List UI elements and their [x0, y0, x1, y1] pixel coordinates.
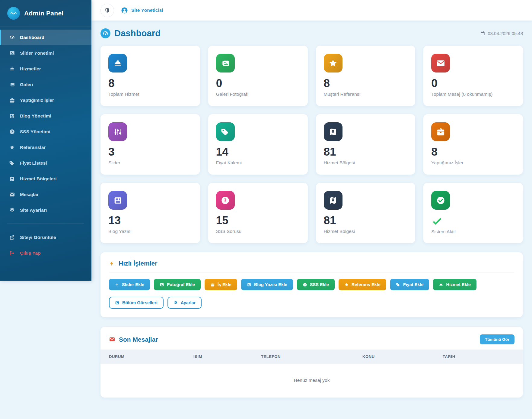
sidebar-item-label: Çıkış Yap: [20, 250, 41, 256]
slider-ekle-button[interactable]: Slider Ekle: [109, 279, 150, 290]
messages-empty-text: Henüz mesaj yok: [100, 364, 523, 398]
fotograf-ekle-button[interactable]: Fotoğraf Ekle: [154, 279, 201, 290]
app-title: Admin Panel: [24, 10, 64, 17]
stat-value: 15: [216, 215, 300, 227]
page-header: Dashboard 03.04.2026 05:48: [100, 28, 523, 38]
sidebar-item-label: Blog Yönetimi: [20, 113, 51, 119]
stat-card-slider: 3Slider: [100, 114, 200, 175]
stat-value: 8: [431, 146, 515, 158]
question-icon: ?: [9, 129, 15, 135]
stat-card-hizmet-bolgesi: 81Hizmet Bölgesi: [316, 183, 416, 243]
sidebar-item-label: Dashboard: [20, 35, 44, 40]
button-label: SSS Ekle: [310, 282, 329, 287]
messages-empty-row: Henüz mesaj yok: [100, 364, 523, 398]
sidebar-item-hizmet-bolgeleri[interactable]: Hizmet Bölgeleri: [0, 171, 91, 187]
sliders-icon: [108, 122, 127, 141]
messages-header: Son Mesajlar Tümünü Gör: [100, 334, 523, 350]
button-label: Blog Yazısı Ekle: [254, 282, 287, 287]
image-icon: [115, 301, 119, 305]
column-header-durum: DURUM: [100, 350, 193, 364]
external-link-icon: [9, 234, 15, 240]
sidebar-item-label: Galeri: [20, 82, 33, 87]
sidebar-item-mesajlar[interactable]: Mesajlar: [0, 187, 91, 202]
stat-label: Galeri Fotoğrafı: [216, 92, 300, 97]
sidebar-item-site-ayarlari[interactable]: Site Ayarları: [0, 202, 91, 218]
button-label: Bölüm Görselleri: [122, 300, 158, 305]
image-icon: [160, 282, 164, 287]
sss-ekle-button[interactable]: ?SSS Ekle: [297, 279, 335, 290]
blog-icon: [247, 282, 251, 287]
button-label: İş Ekle: [218, 282, 231, 287]
svg-text:?: ?: [304, 283, 306, 286]
page-datetime: 03.04.2026 05:48: [480, 31, 523, 36]
tag-icon: [396, 282, 400, 287]
sidebar-item-siteyi-goruntule[interactable]: Siteyi Görüntüle: [0, 230, 91, 245]
bolum-gorselleri-button[interactable]: Bölüm Görselleri: [109, 297, 164, 309]
blog-icon: [9, 113, 15, 119]
button-label: Hizmet Ekle: [446, 282, 470, 287]
stat-value: 81: [324, 146, 408, 158]
button-label: Slider Ekle: [122, 282, 144, 287]
blog-yazisi-ekle-button[interactable]: Blog Yazısı Ekle: [241, 279, 293, 290]
stat-value: 14: [216, 146, 300, 158]
plus-icon: [115, 282, 119, 287]
sidebar-item-label: Site Ayarları: [20, 208, 47, 213]
sidebar-item-hizmetler[interactable]: Hizmetler: [0, 61, 91, 77]
stat-value: 3: [108, 146, 192, 158]
stat-label: Toplam Mesaj (0 okunmamış): [431, 92, 515, 97]
messages-table-header: DURUMİSİMTELEFONKONUTARİH: [100, 350, 523, 364]
sidebar-item-galeri[interactable]: Galeri: [0, 77, 91, 92]
question-icon: ?: [303, 282, 307, 287]
stat-label: SSS Sorusu: [216, 229, 300, 234]
i-s-ekle-button[interactable]: İş Ekle: [205, 279, 237, 290]
sidebar-item-label: Yaptığımız İşler: [20, 98, 54, 103]
stat-value: 8: [324, 78, 408, 89]
sidebar-item-cikis-yap[interactable]: Çıkış Yap: [0, 245, 91, 261]
sidebar-item-sss-yonetimi[interactable]: ?SSS Yönetimi: [0, 124, 91, 140]
hizmet-ekle-button[interactable]: Hizmet Ekle: [433, 279, 476, 290]
stats-grid: 8Toplam Hizmet0Galeri Fotoğrafı8Müşteri …: [100, 46, 523, 243]
sidebar-item-slider-yonetimi[interactable]: Slider Yönetimi: [0, 45, 91, 61]
brand: Admin Panel: [0, 0, 91, 27]
sidebar-item-referanslar[interactable]: Referanslar: [0, 140, 91, 155]
quick-action-buttons: Slider EkleFotoğraf Ekleİş EkleBlog Yazı…: [109, 279, 514, 290]
bell-icon: [9, 66, 15, 72]
topbar: Site Yöneticisi: [91, 0, 532, 21]
gallery-icon: [216, 54, 235, 73]
stat-label: Yaptığımız İşler: [431, 160, 515, 166]
stat-card-fiyat-kalemi: 14Fiyat Kalemi: [208, 114, 308, 175]
messages-title: Son Mesajlar: [119, 336, 158, 343]
sidebar-item-yaptigimiz-i-sler[interactable]: Yaptığımız İşler: [0, 92, 91, 108]
fiyat-ekle-button[interactable]: Fiyat Ekle: [390, 279, 429, 290]
stat-value: 0: [431, 78, 515, 89]
ayarlar-button[interactable]: Ayarlar: [167, 297, 202, 309]
briefcase-icon: [431, 122, 450, 141]
sidebar-item-dashboard[interactable]: Dashboard: [0, 30, 91, 45]
stat-label: Müşteri Referansı: [324, 92, 408, 97]
sidebar-item-blog-yonetimi[interactable]: Blog Yönetimi: [0, 108, 91, 124]
stat-value: 0: [216, 78, 300, 89]
map-icon: [324, 122, 342, 141]
user-chip[interactable]: Site Yöneticisi: [121, 7, 163, 14]
map-icon: [324, 191, 342, 210]
stat-card-galeri-fotografi: 0Galeri Fotoğrafı: [208, 46, 308, 106]
shield-icon: [104, 8, 110, 13]
stat-card-toplam-hizmet: 8Toplam Hizmet: [100, 46, 200, 106]
star-icon: [344, 282, 349, 287]
tag-icon: [216, 122, 235, 141]
sidebar-item-label: Siteyi Görüntüle: [20, 235, 56, 240]
recent-messages-card: Son Mesajlar Tümünü Gör DURUMİSİMTELEFON…: [100, 327, 523, 398]
sign-out-icon: [9, 250, 15, 256]
check-circle-icon: [431, 191, 450, 210]
sidebar-item-fiyat-listesi[interactable]: Fiyat Listesi: [0, 155, 91, 171]
sidebar-item-label: Referanslar: [20, 145, 46, 150]
image-icon: [9, 50, 15, 56]
admin-shield-button[interactable]: [100, 4, 114, 17]
stat-card-blog-yazisi: 13Blog Yazısı: [100, 183, 200, 243]
briefcase-icon: [210, 282, 215, 287]
view-all-button[interactable]: Tümünü Gör: [480, 334, 514, 344]
referans-ekle-button[interactable]: Referans Ekle: [339, 279, 386, 290]
column-header-konu: KONU: [362, 350, 443, 364]
messages-table: DURUMİSİMTELEFONKONUTARİH Henüz mesaj yo…: [100, 350, 523, 398]
sidebar-item-label: Slider Yönetimi: [20, 50, 54, 56]
